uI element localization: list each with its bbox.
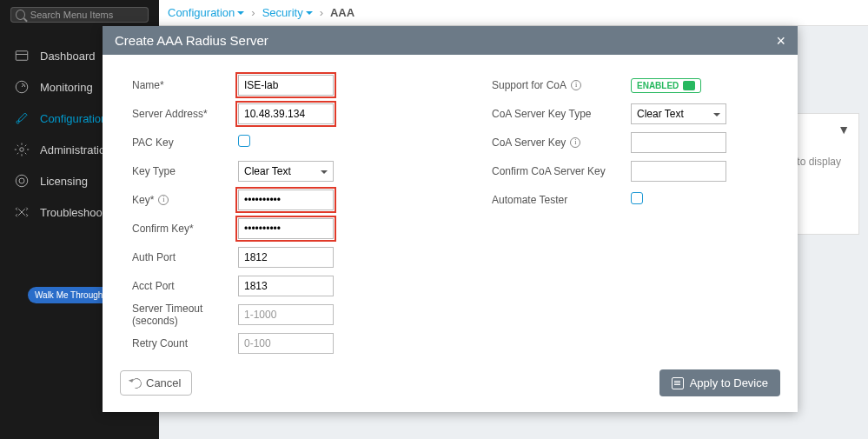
administration-icon: [14, 142, 30, 157]
confirm-coa-key-label: Confirm CoA Server Key: [483, 165, 631, 177]
chevron-down-icon: [713, 113, 720, 116]
support-coa-label: Support for CoAi: [483, 79, 631, 91]
auth-port-label: Auth Port: [108, 251, 238, 263]
confirm-coa-server-key-input[interactable]: [631, 161, 726, 182]
form-right-column: Support for CoAi ENABLED CoA Server Key …: [478, 70, 798, 357]
svg-point-5: [20, 148, 24, 152]
svg-point-7: [19, 178, 24, 183]
chevron-down-icon: [306, 11, 313, 15]
troubleshooting-icon: [14, 204, 30, 220]
server-address-label: Server Address*: [108, 108, 238, 120]
search-icon: [16, 10, 25, 20]
apply-button-label: Apply to Device: [690, 376, 768, 389]
info-icon[interactable]: i: [570, 137, 580, 148]
breadcrumb: Configuration › Security › AAA: [159, 0, 868, 26]
acct-port-input[interactable]: [238, 276, 334, 296]
automate-tester-checkbox[interactable]: [631, 192, 643, 204]
chevron-down-icon: [321, 170, 328, 174]
sidebar-item-label: Monitoring: [40, 81, 93, 94]
breadcrumb-separator: ›: [316, 6, 327, 19]
svg-point-6: [16, 175, 28, 187]
coa-server-key-input[interactable]: [631, 132, 726, 153]
retry-count-label: Retry Count: [108, 337, 238, 349]
name-input[interactable]: [238, 75, 334, 96]
sidebar-item-label: Configuration: [40, 112, 107, 125]
monitoring-icon: [14, 79, 30, 95]
breadcrumb-aaa: AAA: [330, 6, 354, 19]
apply-icon: [672, 377, 684, 389]
coa-key-type-select[interactable]: Clear Text: [631, 103, 726, 124]
chevron-down-icon: [237, 11, 244, 15]
svg-line-3: [22, 85, 23, 87]
pac-key-checkbox[interactable]: [238, 135, 250, 147]
sidebar-search[interactable]: [10, 7, 149, 23]
key-label: Key*i: [108, 194, 238, 206]
info-icon[interactable]: i: [158, 195, 169, 205]
coa-server-key-label: CoA Server Keyi: [483, 136, 631, 149]
create-aaa-radius-modal: Create AAA Radius Server × Name* Server …: [103, 26, 798, 412]
form-left-column: Name* Server Address* PAC Key Key Type C…: [103, 70, 478, 357]
key-type-label: Key Type: [108, 165, 238, 177]
modal-title: Create AAA Radius Server: [115, 33, 268, 48]
name-label: Name*: [108, 79, 238, 91]
apply-to-device-button[interactable]: Apply to Device: [659, 369, 780, 396]
filter-icon[interactable]: ▼: [838, 123, 850, 136]
confirm-key-input[interactable]: [238, 218, 334, 239]
confirm-key-label: Confirm Key*: [108, 223, 238, 235]
breadcrumb-security[interactable]: Security: [262, 6, 313, 19]
enabled-led-icon: [683, 81, 695, 90]
support-coa-toggle[interactable]: ENABLED: [631, 78, 701, 93]
configuration-icon: [14, 110, 30, 126]
dashboard-icon: [14, 48, 30, 63]
licensing-icon: [14, 173, 30, 189]
automate-tester-label: Automate Tester: [483, 194, 631, 206]
retry-count-input[interactable]: [238, 333, 334, 354]
undo-icon: [129, 376, 143, 389]
server-timeout-input[interactable]: [238, 304, 334, 325]
cancel-button-label: Cancel: [146, 376, 181, 389]
sidebar-item-label: Licensing: [40, 175, 88, 188]
auth-port-input[interactable]: [238, 247, 334, 268]
sidebar-item-label: Administration: [40, 143, 111, 156]
svg-point-4: [17, 121, 19, 123]
key-type-select[interactable]: Clear Text: [238, 161, 334, 182]
info-icon[interactable]: i: [571, 80, 581, 90]
server-timeout-label: Server Timeout (seconds): [108, 303, 238, 327]
modal-header: Create AAA Radius Server ×: [103, 26, 798, 55]
search-input[interactable]: [30, 10, 143, 20]
sidebar-item-label: Dashboard: [40, 50, 96, 63]
svg-rect-0: [16, 51, 28, 61]
key-input[interactable]: [238, 190, 334, 210]
coa-key-type-label: CoA Server Key Type: [483, 108, 631, 120]
pac-key-label: PAC Key: [108, 136, 238, 149]
breadcrumb-configuration[interactable]: Configuration: [168, 6, 244, 19]
cancel-button[interactable]: Cancel: [120, 370, 192, 396]
close-icon[interactable]: ×: [776, 35, 785, 47]
breadcrumb-separator: ›: [248, 6, 258, 19]
server-address-input[interactable]: [238, 103, 334, 124]
modal-footer: Cancel Apply to Device: [103, 357, 798, 412]
acct-port-label: Acct Port: [108, 280, 238, 292]
